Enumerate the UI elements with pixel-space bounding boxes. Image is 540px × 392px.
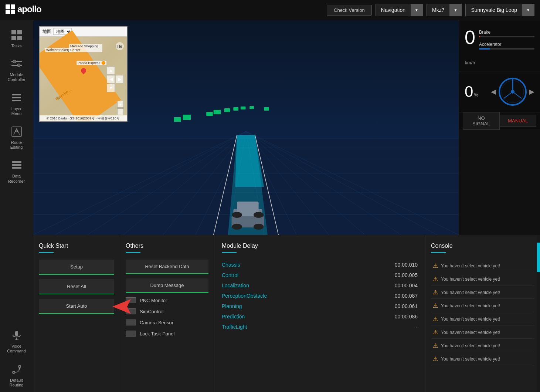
svg-point-24 [13,371,15,374]
manual-button[interactable]: MANUAL [500,115,537,127]
sidebar-item-data-recorder[interactable]: DataRecorder [0,154,33,188]
navigation-dropdown[interactable]: Navigation ▼ [376,4,423,16]
delay-module-value: 00:00.005 [395,272,418,278]
console-warning-icon: ⚠ [433,342,438,349]
console-warning-icon: ⚠ [433,355,438,362]
voice-command-icon [10,329,23,342]
sidebar: Tasks ModuleController Laye [0,20,33,392]
svg-rect-5 [11,30,16,34]
module-controller-icon [10,57,23,71]
console-scrollbar-track [537,235,540,392]
navigation-dropdown-arrow[interactable]: ▼ [411,4,422,16]
dump-message-button[interactable]: Dump Message [126,278,208,293]
svg-rect-61 [183,115,191,120]
sim-control-label: SimControl [140,309,163,314]
map-nav-right[interactable]: ▶ [116,75,124,83]
delay-row: Localization 00:00.004 [222,280,418,291]
console-warning-icon: ⚠ [433,302,438,309]
delay-module-value: 00:00.086 [395,314,418,320]
svg-point-17 [16,130,18,132]
console-messages: ⚠ You haven't select vehicle yet! ⚠ You … [431,260,534,365]
delay-row: TrafficLight - [222,322,418,332]
reset-backend-button[interactable]: Reset Backend Data [126,260,208,274]
svg-point-57 [254,224,264,230]
route-editing-label: RouteEditing [10,140,23,150]
svg-rect-68 [264,107,269,111]
start-auto-button[interactable]: Start Auto [39,299,114,314]
map-type-label: 地图 [43,28,51,35]
map-nav-left[interactable]: ◀ [107,75,115,83]
main-layout: Tasks ModuleController Laye [0,20,540,392]
lock-task-toggle-row: Lock Task Panel [126,331,208,337]
delay-module-name: Prediction [222,314,245,320]
no-signal-button[interactable]: NO SIGNAL [463,112,500,130]
module-delay-title: Module Delay [222,243,418,249]
speed-panel: 0 km/h Brake Accelerator [459,20,540,71]
delay-module-name: Chassis [222,262,240,268]
others-divider [126,252,140,253]
header: apollo Check Version Navigation ▼ Mkz7 ▼… [0,0,540,20]
sunnyvale-dropdown[interactable]: Sunnyvale Big Loop ▼ [465,4,534,16]
delay-row: PerceptionObstacle 00:00.087 [222,291,418,301]
data-recorder-icon [10,159,23,172]
camera-sensor-toggle[interactable] [126,320,136,325]
map-overlay: 地图 地图 Walmart Bakery 🟠 Mercado Shopping … [39,26,128,122]
console-message-text: You haven't select vehicle yet! [441,303,500,308]
console-message-text: You haven't select vehicle yet! [441,343,500,348]
lock-task-toggle[interactable] [126,331,136,337]
steering-left-arrow[interactable]: ◀ [491,88,496,96]
sunnyvale-label: Sunnyvale Big Loop [466,4,522,16]
svg-rect-2 [6,10,10,14]
sidebar-item-tasks[interactable]: Tasks [0,24,33,53]
svg-rect-66 [241,107,246,109]
sidebar-item-voice-command[interactable]: VoiceCommand [0,324,33,358]
console-message: ⚠ You haven't select vehicle yet! [431,260,534,272]
setup-button[interactable]: Setup [39,260,114,275]
visualization-area: 地图 地图 Walmart Bakery 🟠 Mercado Shopping … [33,20,459,235]
layer-menu-icon [10,91,23,105]
others-title: Others [126,243,208,249]
svg-point-56 [232,224,242,230]
console-message: ⚠ You haven't select vehicle yet! [431,313,534,325]
svg-marker-75 [112,299,131,314]
svg-rect-0 [6,4,10,9]
map-nav-up[interactable]: ▲ [107,66,115,74]
map-nav-down[interactable]: ▼ [107,84,115,92]
check-version-button[interactable]: Check Version [327,5,372,16]
mkz7-dropdown[interactable]: Mkz7 ▼ [427,4,462,16]
module-controller-label: ModuleController [8,72,26,82]
data-recorder-label: DataRecorder [8,174,25,183]
svg-rect-13 [12,94,21,95]
console-scrollbar-thumb[interactable] [537,243,540,272]
route-editing-icon [10,125,23,138]
map-zoom-out[interactable]: − [117,108,124,115]
mkz7-dropdown-arrow[interactable]: ▼ [449,4,461,16]
delay-table: Chassis 00:00.010 Control 00:00.005 Loca… [222,260,418,332]
map-zoom-in[interactable]: + [117,101,124,108]
console-title: Console [431,243,534,249]
svg-rect-64 [224,108,230,112]
delay-module-name: TrafficLight [222,324,247,330]
delay-row: Planning 00:00.061 [222,301,418,311]
map-zoom-controls[interactable]: + − [117,101,124,115]
sidebar-item-route-editing[interactable]: RouteEditing [0,121,33,154]
sidebar-item-default-routing[interactable]: DefaultRouting [0,358,33,392]
default-routing-label: DefaultRouting [10,378,24,388]
map-body: Walmart Bakery 🟠 Mercado Shopping Center… [40,37,127,122]
delay-module-name: Localization [222,283,249,288]
logo: apollo [6,2,50,18]
map-nav-controls[interactable]: ▲ ◀ ▶ ▼ [107,66,124,92]
content-area: 地图 地图 Walmart Bakery 🟠 Mercado Shopping … [33,20,540,392]
sidebar-item-layer-menu[interactable]: LayerMenu [0,87,33,121]
map-label-panda: Panda Express 🟠 [77,61,106,65]
sidebar-item-module-controller[interactable]: ModuleController [0,53,33,87]
svg-rect-60 [174,117,181,122]
svg-point-25 [18,365,21,368]
reset-all-button[interactable]: Reset All [39,279,114,294]
console-warning-icon: ⚠ [433,315,438,322]
steering-right-arrow[interactable]: ▶ [529,88,534,96]
brake-bar [479,36,534,37]
signal-panel: NO SIGNAL MANUAL [459,112,540,129]
module-delay-divider [222,252,237,253]
sunnyvale-dropdown-arrow[interactable]: ▼ [522,4,534,16]
